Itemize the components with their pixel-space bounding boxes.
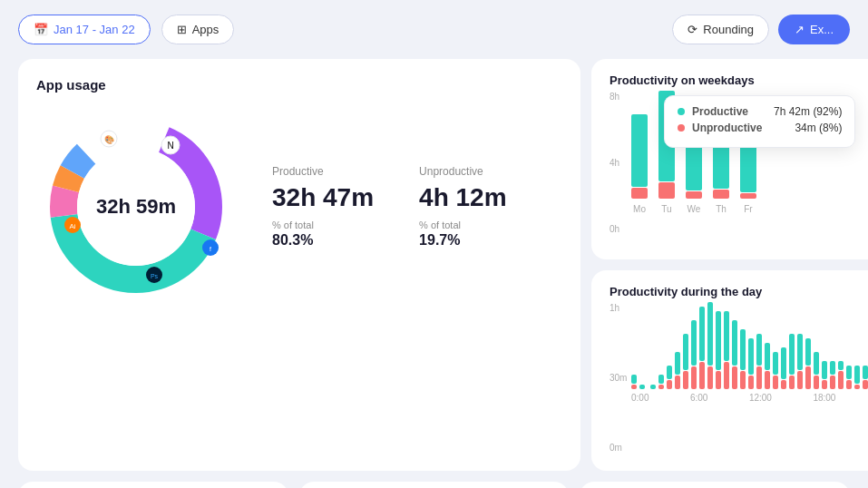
day-productive-seg (699, 307, 705, 361)
svg-text:Ai: Ai (69, 222, 75, 230)
tooltip-productive-dot (678, 108, 685, 115)
unproductive-stat: Unproductive 4h 12m % of total 19.7% (419, 165, 507, 249)
day-bar-group (691, 320, 697, 389)
productive-stat: Productive 32h 47m % of total 80.3% (272, 165, 374, 249)
day-bar-group (822, 361, 827, 389)
svg-text:f: f (210, 246, 211, 252)
day-productive-seg (691, 320, 697, 366)
top-bar-right: ⟳ Rounding ↗ Ex... (672, 15, 850, 44)
day-bar-group (675, 352, 680, 389)
day-productive-seg (846, 366, 852, 379)
day-productive-seg (814, 352, 819, 375)
rounding-button[interactable]: ⟳ Rounding (672, 15, 769, 44)
day-unproductive-seg (789, 376, 795, 389)
export-button[interactable]: ↗ Ex... (778, 15, 850, 44)
day-unproductive-seg (846, 380, 852, 389)
day-y-labels: 1h 30m 0m (610, 303, 627, 453)
day-x-labels: 0:00 6:00 12:00 18:00 24 (610, 393, 868, 403)
day-unproductive-seg (691, 366, 697, 389)
apps-icon: ⊞ (177, 23, 187, 36)
day-unproductive-seg (822, 380, 827, 389)
bar-x-label: We (688, 204, 701, 214)
day-productive-seg (650, 385, 656, 389)
day-unproductive-seg (732, 366, 737, 389)
day-bar-group (724, 311, 729, 389)
donut-center-value: 32h 59m (96, 195, 176, 219)
day-y-30m: 30m (610, 373, 627, 383)
day-productive-seg (773, 352, 778, 375)
day-productive-seg (683, 334, 688, 370)
day-bar-group (830, 361, 835, 389)
day-unproductive-seg (716, 371, 721, 389)
productive-apps-card: Productive app usage ▾XExcel14h 12m▾FFig… (18, 482, 288, 488)
day-bar-group (846, 366, 852, 389)
day-bar-group (716, 311, 721, 389)
day-chart-bars (610, 307, 868, 389)
day-chart-title: Productivity during the day (610, 285, 868, 298)
calendar-icon: 📅 (34, 23, 48, 36)
day-productive-seg (838, 361, 844, 370)
unproductive-bar-seg (658, 182, 675, 199)
day-x-0: 0:00 (631, 393, 649, 403)
day-unproductive-seg (805, 366, 811, 389)
day-bar-group (650, 385, 656, 389)
weekday-chart-card: Productivity on weekdays 8h 4h 0h MoTuWe… (591, 59, 868, 259)
day-productive-seg (830, 361, 835, 375)
day-unproductive-seg (658, 385, 664, 389)
day-bar-group (805, 338, 811, 389)
bar-stack (631, 114, 648, 199)
day-unproductive-seg (814, 376, 819, 389)
day-unproductive-seg (863, 380, 868, 389)
y-label-8h: 8h (610, 92, 619, 102)
day-y-1h: 1h (610, 303, 627, 313)
unproductive-bar-seg (686, 191, 702, 199)
day-bar-group (699, 307, 705, 389)
day-bar-group (756, 334, 762, 389)
day-productive-seg (724, 311, 729, 361)
day-chart-card: Productivity during the day 1h 30m 0m 0:… (591, 270, 868, 471)
day-y-0m: 0m (610, 443, 627, 453)
day-bar-group (707, 302, 713, 389)
day-bar-group (773, 352, 778, 389)
right-panel: Productivity on weekdays 8h 4h 0h MoTuWe… (591, 59, 868, 471)
tooltip-productive-label: Productive (692, 105, 748, 118)
bar-x-label: Tu (661, 204, 671, 214)
unproductive-label: Unproductive (419, 165, 507, 178)
day-unproductive-seg (830, 376, 835, 389)
y-label-0h: 0h (610, 224, 619, 234)
rounding-icon: ⟳ (688, 23, 697, 36)
day-productive-seg (863, 366, 868, 379)
day-unproductive-seg (740, 371, 746, 389)
unproductive-bar-seg (713, 190, 729, 199)
day-bar-group (740, 329, 746, 389)
day-productive-seg (789, 334, 795, 375)
tooltip-unproductive-value: 34m (8%) (776, 122, 842, 134)
day-productive-seg (639, 385, 645, 389)
app-usage-content: N 🎨 Ai Ps f 32h 59m Productive 32h 47m (36, 107, 562, 307)
day-bar-group (863, 366, 868, 389)
day-unproductive-seg (675, 376, 680, 389)
weekday-y-labels: 8h 4h 0h (610, 92, 619, 234)
donut-chart: N 🎨 Ai Ps f 32h 59m (36, 107, 236, 307)
day-bar-group (667, 366, 672, 389)
apps-filter-button[interactable]: ⊞ Apps (161, 15, 235, 44)
bottom-panels: Productive app usage ▾XExcel14h 12m▾FFig… (0, 482, 868, 488)
date-range-button[interactable]: 📅 Jan 17 - Jan 22 (18, 15, 151, 44)
day-productive-seg (675, 352, 680, 375)
day-productive-seg (740, 329, 746, 370)
day-productive-seg (707, 302, 713, 366)
svg-text:Ps: Ps (151, 273, 159, 279)
day-unproductive-seg (631, 385, 637, 389)
productive-pct-label: % of total (272, 220, 374, 230)
export-label: Ex... (810, 23, 834, 36)
day-unproductive-seg (756, 366, 762, 389)
unproductive-apps-card: Unproductive app usage ▾📷InstagramSet as… (299, 482, 570, 488)
productive-value: 32h 47m (272, 183, 374, 212)
tooltip-productive-row: Productive 7h 42m (92%) (678, 105, 842, 118)
bar-x-label: Mo (633, 204, 646, 214)
day-unproductive-seg (773, 376, 778, 389)
day-unproductive-seg (854, 385, 860, 389)
app-usage-panel: App usage (18, 59, 580, 471)
day-productive-seg (797, 334, 803, 370)
day-productive-seg (781, 347, 786, 379)
